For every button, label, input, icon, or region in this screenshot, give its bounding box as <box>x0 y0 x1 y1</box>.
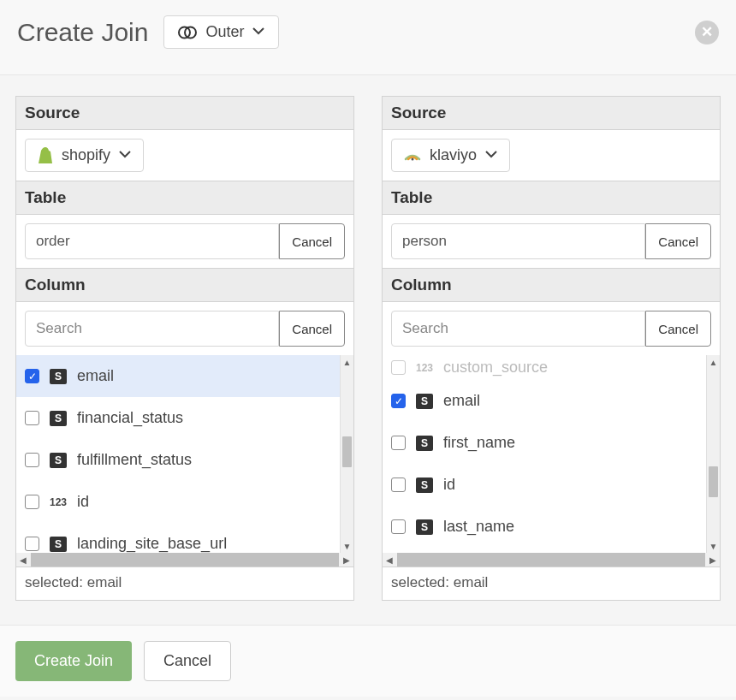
left-table-cancel-button[interactable]: Cancel <box>279 223 345 259</box>
right-column-search-input[interactable] <box>391 311 645 347</box>
checkbox-icon[interactable] <box>391 478 406 492</box>
type-string-icon: S <box>416 478 433 493</box>
left-column-header: Column <box>16 269 353 302</box>
type-number-icon: 123 <box>50 496 67 508</box>
column-row-id[interactable]: 123 id <box>16 481 353 523</box>
create-join-button[interactable]: Create Join <box>15 641 132 681</box>
scroll-right-icon[interactable]: ▶ <box>706 553 720 567</box>
left-vertical-scrollbar[interactable]: ▲ ▼ <box>340 355 353 553</box>
chevron-down-icon <box>485 145 497 163</box>
left-column-search-input[interactable] <box>25 311 279 347</box>
right-source-selector[interactable]: klaviyo <box>391 139 510 172</box>
checkbox-icon[interactable] <box>25 537 39 551</box>
column-row-id[interactable]: S id <box>383 464 720 506</box>
type-string-icon: S <box>50 537 67 552</box>
left-table-input[interactable] <box>25 223 279 259</box>
checkbox-icon[interactable] <box>25 453 39 467</box>
right-source-label: klaviyo <box>430 146 477 164</box>
column-name: financial_status <box>77 409 183 427</box>
type-number-icon: 123 <box>416 362 433 374</box>
right-table-input[interactable] <box>391 223 645 259</box>
column-name: first_name <box>443 434 515 452</box>
cancel-button[interactable]: Cancel <box>144 641 231 681</box>
column-row-landing-site[interactable]: S landing_site_base_url <box>16 523 353 554</box>
column-name: custom_source <box>443 359 548 377</box>
scroll-track[interactable] <box>31 553 339 567</box>
type-string-icon: S <box>416 519 433 535</box>
right-table-body: Cancel <box>383 215 720 269</box>
column-row-custom-source[interactable]: 123 custom_source <box>383 355 720 380</box>
right-column-list[interactable]: 123 custom_source ✓ S email S first_name… <box>383 355 720 554</box>
scroll-down-icon[interactable]: ▼ <box>341 539 353 553</box>
right-table-cancel-button[interactable]: Cancel <box>645 223 711 259</box>
column-row-first-name[interactable]: S first_name <box>383 422 720 464</box>
column-name: email <box>77 367 114 385</box>
column-row-financial-status[interactable]: S financial_status <box>16 397 353 439</box>
panel-left: Source shopify Table Cancel Column <box>15 96 354 601</box>
column-name: id <box>77 493 89 511</box>
right-column-search-cancel-button[interactable]: Cancel <box>645 311 711 347</box>
checkbox-icon[interactable] <box>391 436 406 450</box>
dialog-header: Create Join Outer ✕ <box>0 0 736 75</box>
join-type-label: Outer <box>205 23 244 41</box>
scroll-right-icon[interactable]: ▶ <box>340 553 353 567</box>
checkbox-icon[interactable] <box>25 495 39 509</box>
right-source-body: klaviyo <box>383 130 720 181</box>
left-table-body: Cancel <box>16 215 353 269</box>
column-row-email[interactable]: ✓ S email <box>16 355 353 397</box>
scroll-thumb[interactable] <box>342 436 352 467</box>
scroll-up-icon[interactable]: ▲ <box>707 355 720 369</box>
panels-container: Source shopify Table Cancel Column <box>0 75 736 601</box>
right-source-header: Source <box>383 97 720 130</box>
type-string-icon: S <box>50 369 67 384</box>
scroll-thumb[interactable] <box>709 466 718 497</box>
scroll-down-icon[interactable]: ▼ <box>707 539 720 553</box>
right-table-header: Table <box>383 181 720 215</box>
type-string-icon: S <box>50 411 67 426</box>
left-table-header: Table <box>16 181 353 215</box>
column-row-last-name[interactable]: S last_name <box>383 506 720 548</box>
left-column-list[interactable]: ✓ S email S financial_status S fulfillme… <box>16 355 353 554</box>
right-column-list-wrap: 123 custom_source ✓ S email S first_name… <box>383 355 720 567</box>
column-name: email <box>443 392 480 410</box>
column-name: last_name <box>443 518 514 536</box>
column-name: id <box>443 476 455 494</box>
left-source-body: shopify <box>16 130 353 181</box>
outer-join-icon <box>178 25 197 40</box>
page-title: Create Join <box>17 18 148 47</box>
left-horizontal-scrollbar[interactable]: ◀ ▶ <box>16 553 353 567</box>
checkbox-icon[interactable]: ✓ <box>25 369 39 383</box>
shopify-icon <box>38 147 53 164</box>
chevron-down-icon <box>252 21 264 39</box>
left-column-search-cancel-button[interactable]: Cancel <box>279 311 345 347</box>
panel-right: Source klaviyo Table Cance <box>382 96 721 601</box>
right-vertical-scrollbar[interactable]: ▲ ▼ <box>706 355 720 553</box>
scroll-up-icon[interactable]: ▲ <box>341 355 353 369</box>
join-type-selector[interactable]: Outer <box>163 15 279 49</box>
type-string-icon: S <box>416 394 433 409</box>
close-button[interactable]: ✕ <box>695 21 719 44</box>
right-selected-text: selected: email <box>383 567 720 600</box>
checkbox-icon[interactable] <box>25 411 39 425</box>
left-column-search-body: Cancel <box>16 302 353 355</box>
right-column-header: Column <box>383 269 720 302</box>
column-name: fulfillment_status <box>77 451 192 469</box>
left-source-selector[interactable]: shopify <box>25 139 144 172</box>
close-icon: ✕ <box>701 23 713 41</box>
checkbox-icon[interactable] <box>391 519 406 534</box>
left-column-list-wrap: ✓ S email S financial_status S fulfillme… <box>16 355 353 567</box>
left-selected-text: selected: email <box>16 567 353 600</box>
type-string-icon: S <box>50 453 67 468</box>
dialog-footer: Create Join Cancel <box>0 625 736 697</box>
column-row-fulfillment-status[interactable]: S fulfillment_status <box>16 439 353 481</box>
column-row-email[interactable]: ✓ S email <box>383 380 720 422</box>
checkbox-icon[interactable] <box>391 360 406 375</box>
scroll-left-icon[interactable]: ◀ <box>16 553 30 567</box>
right-column-search-body: Cancel <box>383 302 720 355</box>
left-source-label: shopify <box>62 146 110 164</box>
left-source-header: Source <box>16 97 353 130</box>
right-horizontal-scrollbar[interactable]: ◀ ▶ <box>383 553 720 567</box>
checkbox-icon[interactable]: ✓ <box>391 394 406 408</box>
scroll-left-icon[interactable]: ◀ <box>383 553 396 567</box>
scroll-track[interactable] <box>397 553 705 567</box>
